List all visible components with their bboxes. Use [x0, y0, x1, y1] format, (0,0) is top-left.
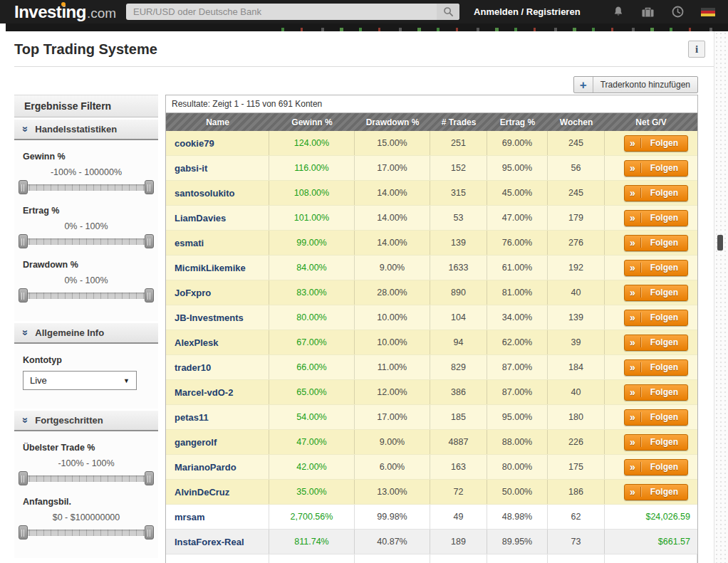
search-icon[interactable]: [437, 4, 459, 20]
net-gv-value: $24,026.59: [605, 505, 697, 529]
recent-clock-icon[interactable]: [672, 6, 684, 18]
column-header[interactable]: Ertrag %: [487, 117, 548, 127]
follow-button[interactable]: »Folgen: [624, 409, 688, 426]
follow-button[interactable]: »Folgen: [624, 384, 688, 401]
follow-button[interactable]: »Folgen: [624, 484, 688, 500]
filter-section-header[interactable]: »Allgemeine Info: [14, 323, 158, 344]
search-input[interactable]: [126, 6, 437, 17]
add-trader-account-button[interactable]: + Traderkonto hinzufügen: [573, 76, 698, 93]
column-header[interactable]: # Trades: [430, 117, 487, 127]
filter-label: Ertrag %: [23, 206, 155, 216]
trader-name-link[interactable]: JoFxpro: [166, 280, 269, 305]
weeks-count: 40: [548, 280, 605, 305]
table-row: MicmikLikemike84.00%9.00%163361.00%192»F…: [166, 256, 697, 280]
trader-name-link[interactable]: gangerolf: [166, 430, 269, 454]
slider-handle-max[interactable]: [145, 288, 154, 302]
investing-logo[interactable]: Investing .com: [14, 2, 116, 22]
slider-handle-min[interactable]: [19, 471, 28, 485]
trader-name-link[interactable]: santosolukito: [166, 181, 269, 205]
column-header[interactable]: Name: [166, 117, 269, 127]
slider-track: [23, 475, 150, 482]
table-row: santosolukito108.00%14.00%31545.00%245»F…: [166, 181, 697, 206]
follow-cell: »Folgen: [605, 355, 697, 379]
range-slider[interactable]: [19, 471, 154, 485]
follow-button[interactable]: »Folgen: [624, 235, 688, 251]
column-header[interactable]: Gewinn %: [269, 117, 355, 127]
column-header[interactable]: Net G/V: [605, 117, 697, 127]
trader-name-link[interactable]: MicmikLikemike: [166, 256, 269, 280]
follow-button[interactable]: »Folgen: [624, 185, 688, 201]
range-slider[interactable]: [19, 525, 154, 540]
follow-button[interactable]: »Folgen: [624, 260, 688, 276]
slider-handle-min[interactable]: [19, 180, 28, 194]
follow-cell: »Folgen: [605, 405, 697, 429]
follow-button[interactable]: »Folgen: [624, 335, 688, 351]
trader-name-link[interactable]: esmati: [166, 231, 269, 255]
german-flag-language-icon[interactable]: [701, 8, 715, 16]
trader-name-link[interactable]: gabsi-it: [166, 156, 269, 180]
range-slider[interactable]: [19, 234, 154, 248]
ticker-noise: [266, 28, 724, 31]
follow-cell: »Folgen: [605, 256, 697, 280]
notifications-bell-icon[interactable]: [613, 6, 624, 18]
filter-item: Ertrag %0% - 100%: [17, 206, 155, 248]
follow-button[interactable]: »Folgen: [624, 459, 688, 475]
yield-percent: 34.00%: [487, 305, 548, 330]
column-header[interactable]: Wochen: [548, 117, 605, 127]
trader-name-link[interactable]: Marcel-vdO-2: [166, 380, 269, 404]
filter-section-header[interactable]: »Fortgeschritten: [14, 411, 158, 431]
slider-handle-max[interactable]: [145, 234, 154, 248]
weeks-count: 179: [548, 206, 605, 230]
account-type-select[interactable]: Live▼: [23, 371, 137, 390]
double-arrow-icon: »: [625, 437, 641, 447]
trader-name-link[interactable]: InstaForex-Real: [166, 530, 269, 554]
trades-count: 890: [430, 280, 487, 305]
weeks-count: 175: [548, 455, 605, 479]
gain-percent: 99.00%: [269, 231, 355, 255]
slider-handle-min[interactable]: [19, 288, 28, 302]
trades-count: 189: [430, 530, 487, 554]
column-header[interactable]: Drawdown %: [355, 117, 430, 127]
trader-name-link[interactable]: trader10: [166, 355, 269, 379]
trader-name-link[interactable]: mrsam: [166, 505, 269, 529]
follow-button[interactable]: »Folgen: [624, 285, 688, 301]
trader-name-link[interactable]: JB-Investments: [166, 305, 269, 330]
add-account-label: Traderkonto hinzufügen: [593, 80, 697, 90]
follow-cell: »Folgen: [605, 280, 697, 305]
range-slider[interactable]: [19, 180, 154, 194]
follow-button-label: Folgen: [641, 387, 687, 397]
weeks-count: 39: [548, 330, 605, 354]
trader-name-link[interactable]: MarianoPardo: [166, 455, 269, 479]
follow-button[interactable]: »Folgen: [624, 160, 688, 177]
filter-section-label: Handelsstatistiken: [35, 124, 117, 135]
portfolio-briefcase-icon[interactable]: [641, 6, 655, 18]
range-slider[interactable]: [19, 288, 154, 302]
gain-percent: 66.00%: [269, 355, 355, 379]
double-arrow-icon: »: [625, 312, 641, 322]
info-button[interactable]: i: [688, 41, 705, 58]
slider-handle-min[interactable]: [19, 234, 28, 248]
slider-handle-max[interactable]: [145, 471, 154, 485]
follow-button[interactable]: »Folgen: [624, 434, 688, 451]
follow-button[interactable]: »Folgen: [624, 359, 688, 376]
slider-handle-max[interactable]: [145, 180, 154, 194]
gain-percent: 2,700.56%: [269, 505, 355, 529]
login-register-link[interactable]: Anmelden / Registrieren: [474, 6, 581, 17]
slider-handle-min[interactable]: [19, 525, 28, 540]
follow-button[interactable]: »Folgen: [624, 310, 688, 326]
trader-name-link[interactable]: LiamDavies: [166, 206, 269, 230]
follow-button[interactable]: »Folgen: [624, 210, 688, 226]
follow-button[interactable]: »Folgen: [624, 135, 688, 152]
drawdown-percent: 15.00%: [355, 131, 430, 155]
drawdown-percent: 17.00%: [355, 405, 430, 429]
follow-button-label: Folgen: [641, 412, 687, 422]
double-arrow-icon: »: [625, 462, 641, 472]
trader-name-link[interactable]: petas11: [166, 405, 269, 429]
trader-name-link[interactable]: cookie79: [166, 131, 269, 155]
slider-handle-max[interactable]: [145, 525, 154, 540]
filter-section-header[interactable]: »Handelsstatistiken: [14, 120, 158, 140]
trader-name-link[interactable]: AlexPlesk: [166, 330, 269, 354]
follow-cell: »Folgen: [605, 206, 697, 230]
trader-name-link[interactable]: AlvinDeCruz: [166, 480, 269, 504]
follow-button-label: Folgen: [641, 138, 687, 148]
